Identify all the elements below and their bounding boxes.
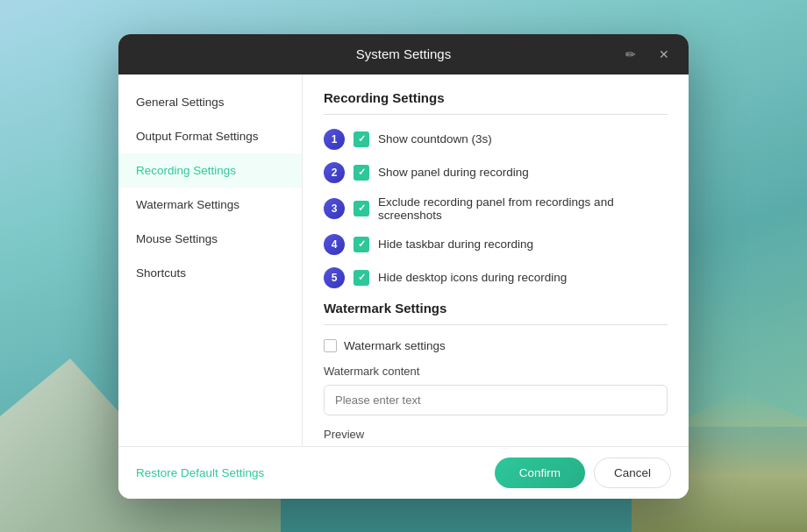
dialog-title: System Settings — [356, 46, 451, 61]
watermark-content-input[interactable] — [324, 385, 668, 415]
watermark-settings-section: Watermark Settings Watermark settings Wa… — [324, 301, 668, 446]
badge-1: 1 — [324, 129, 345, 150]
footer-right-actions: Confirm Cancel — [495, 458, 671, 488]
recording-settings-section: Recording Settings 1 Show countdown (3s)… — [324, 90, 668, 288]
item-label-1: Show countdown (3s) — [378, 132, 492, 145]
watermark-section-title: Watermark Settings — [324, 301, 668, 316]
dialog-footer: Restore Default Settings Confirm Cancel — [118, 446, 689, 499]
cancel-button[interactable]: Cancel — [594, 458, 671, 488]
item-label-4: Hide taskbar during recording — [378, 238, 533, 251]
dialog-titlebar: System Settings ✏ ✕ — [118, 34, 689, 74]
recording-item-3: 3 Exclude recording panel from recording… — [324, 195, 668, 222]
item-label-2: Show panel during recording — [378, 166, 529, 179]
main-content: Recording Settings 1 Show countdown (3s)… — [303, 74, 689, 446]
close-button[interactable]: ✕ — [652, 42, 676, 67]
system-settings-dialog: System Settings ✏ ✕ General Settings Out… — [118, 34, 689, 499]
badge-2: 2 — [324, 162, 345, 183]
check-icon-3 — [354, 201, 369, 216]
sidebar-item-shortcuts[interactable]: Shortcuts — [118, 256, 302, 290]
recording-item-1: 1 Show countdown (3s) — [324, 129, 668, 150]
check-icon-4 — [354, 237, 369, 252]
section-divider-1 — [324, 114, 668, 115]
item-label-3: Exclude recording panel from recordings … — [378, 195, 668, 222]
badge-4: 4 — [324, 234, 345, 255]
watermark-checkbox[interactable] — [324, 339, 337, 352]
recording-item-5: 5 Hide desktop icons during recording — [324, 267, 668, 288]
badge-5: 5 — [324, 267, 345, 288]
badge-3: 3 — [324, 198, 345, 219]
section-divider-2 — [324, 324, 668, 325]
close-icon: ✕ — [659, 47, 669, 61]
sidebar-item-mouse[interactable]: Mouse Settings — [118, 222, 302, 256]
dialog-body: General Settings Output Format Settings … — [118, 74, 689, 446]
check-icon-5 — [354, 270, 369, 286]
titlebar-actions: ✏ ✕ — [618, 42, 676, 67]
recording-item-4: 4 Hide taskbar during recording — [324, 234, 668, 255]
sidebar-item-general[interactable]: General Settings — [118, 85, 302, 119]
check-icon-1 — [354, 131, 369, 147]
watermark-checkbox-row: Watermark settings — [324, 339, 668, 352]
restore-default-button[interactable]: Restore Default Settings — [136, 466, 264, 479]
edit-icon: ✏ — [625, 47, 636, 61]
watermark-checkbox-label: Watermark settings — [344, 339, 446, 352]
sidebar: General Settings Output Format Settings … — [118, 74, 303, 446]
preview-label: Preview — [324, 428, 668, 441]
edit-button[interactable]: ✏ — [618, 42, 643, 67]
check-icon-2 — [354, 165, 369, 181]
sidebar-item-watermark[interactable]: Watermark Settings — [118, 188, 302, 222]
confirm-button[interactable]: Confirm — [495, 458, 585, 488]
sidebar-item-output-format[interactable]: Output Format Settings — [118, 119, 302, 153]
watermark-content-label: Watermark content — [324, 365, 668, 378]
sidebar-item-recording[interactable]: Recording Settings — [118, 153, 302, 188]
recording-item-2: 2 Show panel during recording — [324, 162, 668, 183]
item-label-5: Hide desktop icons during recording — [378, 271, 567, 284]
recording-section-title: Recording Settings — [324, 90, 668, 105]
